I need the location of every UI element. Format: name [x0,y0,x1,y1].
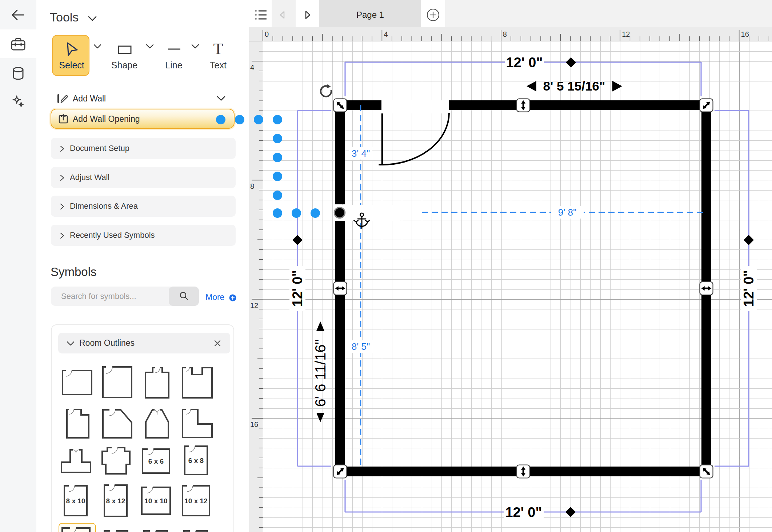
svg-text:8: 8 [250,182,254,190]
svg-text:12' 0": 12' 0" [506,55,543,70]
svg-text:10 x 12: 10 x 12 [184,497,207,505]
svg-text:6 x 6: 6 x 6 [148,457,164,465]
svg-text:16: 16 [741,30,749,38]
svg-text:8: 8 [503,30,507,38]
svg-text:8' 5": 8' 5" [352,341,370,352]
svg-text:12: 12 [250,301,258,309]
svg-text:9' 8": 9' 8" [558,207,576,218]
svg-text:6' 6 11/16": 6' 6 11/16" [312,339,328,407]
svg-text:12' 0": 12' 0" [741,270,756,307]
svg-text:Page 1: Page 1 [356,10,384,20]
svg-text:8 x 12: 8 x 12 [106,497,125,505]
svg-text:12' 0": 12' 0" [505,505,542,520]
svg-text:4: 4 [250,63,254,71]
svg-text:12' 0": 12' 0" [290,270,305,307]
svg-text:8 x 10: 8 x 10 [66,497,85,505]
svg-text:10 x 10: 10 x 10 [144,497,167,505]
svg-text:0: 0 [265,30,269,38]
svg-text:4: 4 [384,30,388,38]
svg-text:12: 12 [622,30,630,38]
svg-text:8' 5 15/16": 8' 5 15/16" [543,79,605,93]
svg-text:16: 16 [250,420,258,428]
svg-text:6 x 8: 6 x 8 [188,457,204,464]
svg-text:3' 4": 3' 4" [352,148,370,159]
